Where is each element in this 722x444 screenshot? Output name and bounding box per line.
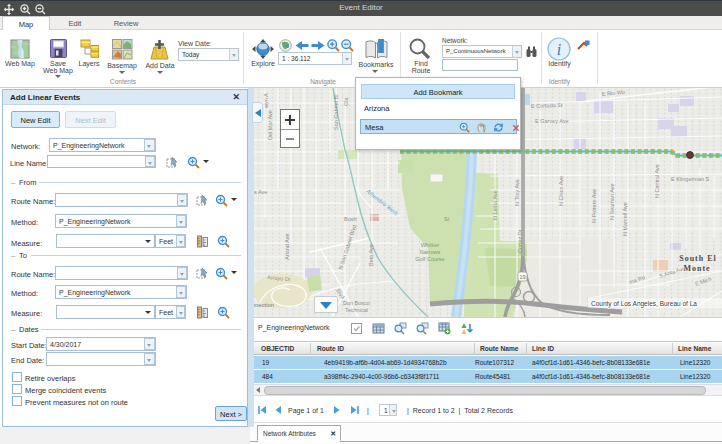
svg-text:Bush: Bush	[344, 216, 357, 222]
svg-text:Monte: Monte	[683, 264, 710, 273]
svg-text:i: i	[557, 41, 561, 58]
svg-text:E Klingerman S: E Klingerman S	[671, 176, 710, 182]
svg-text:N Lema Ave: N Lema Ave	[492, 190, 498, 220]
svg-text:N Potrero Ave: N Potrero Ave	[591, 189, 597, 223]
svg-text:Arland Ave: Arland Ave	[284, 233, 290, 260]
svg-text:E Cortada St: E Cortada St	[531, 102, 563, 109]
svg-text:St: St	[444, 216, 450, 222]
svg-text:South El: South El	[679, 254, 717, 263]
svg-text:N Central Ave: N Central Ave	[654, 164, 660, 198]
svg-text:County of Los Angeles, Bureau: County of Los Angeles, Bureau of La	[591, 300, 697, 308]
svg-text:Narrows: Narrows	[420, 249, 441, 255]
svg-text:wyn A: wyn A	[263, 93, 269, 109]
svg-text:Del Mar Ave: Del Mar Ave	[267, 110, 273, 140]
svg-text:N Marcell Ave: N Marcell Ave	[622, 202, 628, 236]
svg-text:Golf Course: Golf Course	[415, 256, 444, 262]
svg-text:Cortez Dr: Cortez Dr	[517, 229, 523, 253]
svg-text:N Chico Ave: N Chico Ave	[558, 176, 564, 206]
svg-text:nnection: nnection	[252, 302, 274, 308]
svg-text:N Troy Ave: N Troy Ave	[514, 179, 520, 206]
svg-text:N Seaman Ave: N Seaman Ave	[609, 183, 615, 220]
svg-text:Whittier: Whittier	[421, 242, 440, 248]
svg-text:E Garvey Ave: E Garvey Ave	[535, 118, 569, 124]
svg-text:19: 19	[519, 274, 525, 280]
svg-text:Gla: Gla	[343, 97, 349, 107]
svg-text:Beta Ave: Beta Ave	[368, 244, 374, 266]
svg-text:San Gabriel Bl: San Gabriel Bl	[333, 95, 339, 130]
svg-text:Technical: Technical	[345, 307, 368, 313]
svg-text:Don Bosco: Don Bosco	[343, 300, 370, 306]
